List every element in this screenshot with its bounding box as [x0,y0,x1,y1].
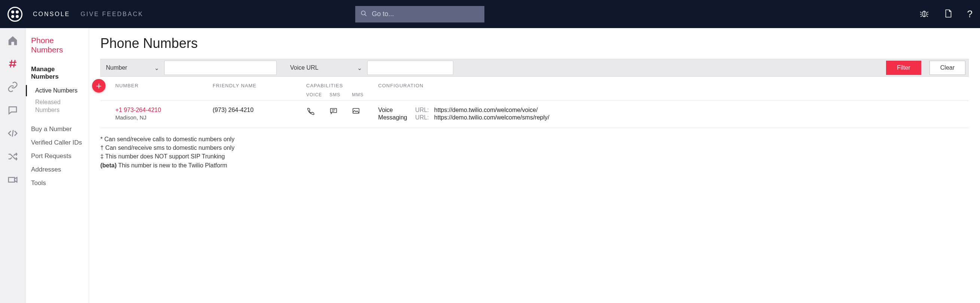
twilio-logo[interactable] [8,7,22,22]
footnotes: * Can send/receive calls to domestic num… [100,135,969,170]
voice-capability-icon [306,110,315,116]
svg-rect-20 [353,108,360,113]
clear-button[interactable]: Clear [929,61,966,75]
number-location: Madison, NJ [115,114,205,121]
svg-line-9 [926,16,928,16]
svg-line-1 [364,14,366,16]
number-link[interactable]: +1 973-264-4210 [115,107,205,113]
sidebar-title: Phone Numbers [26,35,89,63]
sidebar-tools[interactable]: Tools [26,176,89,190]
rail-video-icon[interactable] [7,174,18,187]
col-capabilities: CAPABILITIES [302,77,374,92]
filter-left-combo: Number ⌄ [101,59,277,77]
page-title: Phone Numbers [100,35,969,51]
add-number-button[interactable]: + [92,79,105,92]
filter-bar: Number ⌄ Voice URL ⌄ Filter Clear [100,59,969,77]
sidebar-port-requests[interactable]: Port Requests [26,150,89,163]
numbers-table: NUMBER FRIENDLY NAME CAPABILITIES CONFIG… [100,77,969,128]
config-messaging-url-label: URL: [415,114,429,121]
filter-left-input[interactable] [164,61,277,75]
col-configuration: CONFIGURATION [374,77,969,101]
svg-line-12 [11,60,12,67]
sms-capability-icon [329,110,338,116]
mms-capability-icon [352,110,360,116]
console-link[interactable]: CONSOLE [33,11,70,18]
footnote-sip: ‡ This number does NOT support SIP Trunk… [100,152,969,161]
footnote-calls: * Can send/receive calls to domestic num… [100,135,969,144]
global-search[interactable] [355,6,484,22]
config-voice-url: https://demo.twilio.com/welcome/voice/ [434,107,538,113]
col-friendly-name: FRIENDLY NAME [209,77,302,101]
filter-button[interactable]: Filter [886,61,921,75]
give-feedback-link[interactable]: GIVE FEEDBACK [81,11,143,18]
col-voice: VOICE [302,92,326,101]
rail-chat-icon[interactable] [7,105,18,117]
filter-right-select[interactable]: Voice URL ⌄ [285,61,367,75]
svg-line-13 [14,60,15,67]
col-mms: MMS [348,92,374,101]
svg-rect-15 [9,177,14,182]
search-icon [361,10,367,18]
sidebar-manage-numbers[interactable]: Manage Numbers [26,63,89,85]
topbar: CONSOLE GIVE FEEDBACK ? [0,0,980,28]
filter-left-select-label: Number [106,64,127,71]
rail-hash-icon[interactable] [7,58,18,71]
svg-line-14 [12,130,13,137]
sidebar-buy-number[interactable]: Buy a Number [26,123,89,136]
rail-code-icon[interactable] [7,128,18,140]
main-content: Phone Numbers Number ⌄ Voice URL ⌄ Filte… [89,28,980,303]
svg-rect-17 [331,108,337,113]
friendly-name-cell: (973) 264-4210 [209,101,302,128]
sidebar: Phone Numbers Manage Numbers Active Numb… [26,28,89,303]
svg-line-5 [927,12,928,12]
rail-link-icon[interactable] [7,81,18,94]
sidebar-addresses[interactable]: Addresses [26,163,89,176]
col-number: NUMBER [100,77,209,101]
icon-rail [0,28,26,303]
svg-point-0 [361,11,365,15]
rail-home-icon[interactable] [7,35,18,48]
config-voice-url-label: URL: [415,107,429,113]
chevron-down-icon: ⌄ [154,64,159,72]
col-sms: SMS [326,92,348,101]
filter-left-select[interactable]: Number ⌄ [101,61,164,75]
footnote-sms: † Can send/receive sms to domestic numbe… [100,144,969,152]
config-messaging-url: https://demo.twilio.com/welcome/sms/repl… [434,114,549,121]
svg-marker-16 [14,177,17,182]
svg-line-8 [921,16,922,16]
global-search-input[interactable] [372,10,479,18]
footnote-beta: (beta) This number is new to the Twilio … [100,161,969,170]
bug-icon[interactable] [920,9,929,20]
help-icon[interactable]: ? [967,8,972,20]
svg-line-4 [920,12,921,12]
config-messaging-label: Messaging [378,114,410,121]
filter-right-select-label: Voice URL [290,64,318,71]
sidebar-verified-caller-ids[interactable]: Verified Caller IDs [26,136,89,150]
filter-right-input[interactable] [367,61,453,75]
filter-right-combo: Voice URL ⌄ [285,59,453,77]
file-icon[interactable] [943,9,953,20]
table-row[interactable]: +1 973-264-4210 Madison, NJ (973) 264-42… [100,101,969,128]
rail-shuffle-icon[interactable] [7,151,18,164]
sidebar-active-numbers[interactable]: Active Numbers [26,85,89,96]
sidebar-released-numbers[interactable]: Released Numbers [26,96,89,116]
config-voice-label: Voice [378,107,410,113]
chevron-down-icon: ⌄ [357,64,362,72]
